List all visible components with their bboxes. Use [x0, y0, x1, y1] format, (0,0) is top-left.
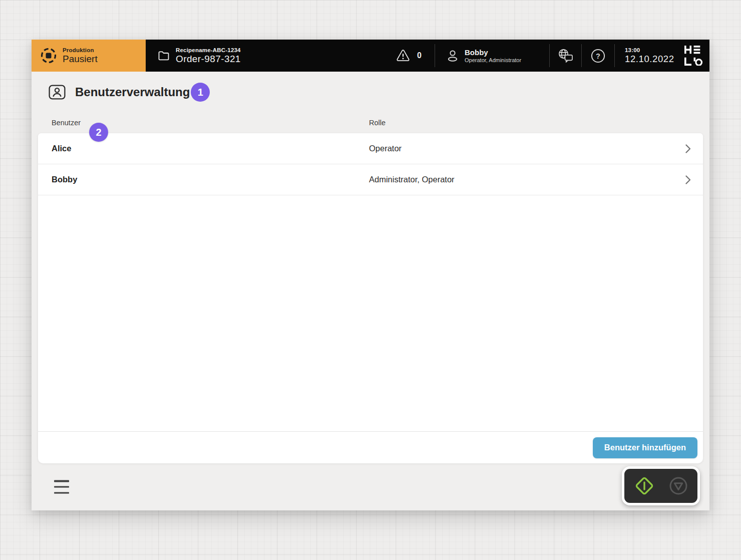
add-user-button[interactable]: Benutzer hinzufügen — [593, 437, 697, 458]
user-management-badge-icon — [48, 83, 66, 101]
user-name-cell: Alice — [52, 144, 369, 153]
order-number: Order-987-321 — [176, 54, 241, 65]
hamburger-icon — [54, 492, 69, 494]
column-header-role: Rolle — [369, 119, 703, 133]
status-label: Produktion — [63, 47, 98, 54]
bottom-bar — [38, 463, 703, 510]
app-window: Produktion Pausiert Recipename-ABC-1234 … — [32, 40, 709, 510]
datetime-display: 13:00 12.10.2022 — [615, 40, 678, 72]
hamburger-icon — [54, 480, 69, 482]
status-value: Pausiert — [63, 54, 98, 65]
main-content: Benutzerverwaltung 1 Benutzer Rolle 2 Al… — [32, 72, 709, 510]
user-role-cell: Administrator, Operator — [369, 175, 682, 184]
current-user-name: Bobby — [465, 48, 521, 57]
help-button[interactable]: ? — [582, 40, 614, 72]
chevron-right-icon — [682, 174, 694, 186]
svg-text:?: ? — [596, 52, 600, 60]
topbar-spacer — [241, 40, 383, 72]
clock-date: 12.10.2022 — [625, 54, 668, 65]
user-row-alice[interactable]: Alice Operator — [38, 133, 703, 164]
annotation-badge-1: 1 — [191, 83, 210, 102]
production-status-tile[interactable]: Produktion Pausiert — [32, 40, 146, 72]
start-button[interactable] — [633, 475, 655, 497]
language-button[interactable] — [550, 40, 581, 72]
stop-button[interactable] — [668, 476, 688, 496]
stop-circle-icon — [668, 476, 688, 496]
start-diamond-icon — [633, 475, 655, 497]
page-title-row: Benutzerverwaltung 1 — [48, 83, 703, 102]
current-user-button[interactable]: Bobby Operator, Administrator — [435, 40, 549, 72]
empty-list-area — [38, 195, 703, 431]
panel-action-bar: Benutzer hinzufügen — [38, 431, 703, 463]
hamburger-icon — [54, 486, 69, 488]
alarm-count: 0 — [417, 51, 422, 60]
user-row-bobby[interactable]: Bobby Administrator, Operator — [38, 164, 703, 195]
annotation-badge-2: 2 — [89, 123, 108, 142]
chevron-right-icon — [682, 143, 694, 155]
machine-control-panel — [624, 469, 697, 503]
person-icon — [446, 49, 459, 63]
folder-icon — [158, 50, 170, 61]
recipe-name: Recipename-ABC-1234 — [176, 47, 241, 54]
current-user-roles: Operator, Administrator — [465, 57, 521, 64]
user-list-panel: Alice Operator Bobby Administrator, Oper… — [38, 133, 703, 463]
machine-control-cluster — [622, 466, 700, 505]
clock-time: 13:00 — [625, 47, 668, 54]
globe-chat-icon — [557, 48, 574, 63]
helio-logo — [678, 40, 709, 72]
question-circle-icon: ? — [591, 49, 605, 63]
table-header-row: Benutzer Rolle — [38, 115, 703, 133]
user-name-cell: Bobby — [52, 175, 369, 184]
top-bar: Produktion Pausiert Recipename-ABC-1234 … — [32, 40, 709, 72]
paused-production-icon — [40, 47, 58, 65]
hamburger-menu-button[interactable] — [54, 480, 69, 494]
alarms-button[interactable]: 0 — [383, 40, 435, 72]
page-title: Benutzerverwaltung — [75, 85, 190, 99]
warning-triangle-icon — [396, 49, 410, 62]
user-role-cell: Operator — [369, 144, 682, 153]
recipe-order-tile[interactable]: Recipename-ABC-1234 Order-987-321 — [158, 40, 241, 72]
